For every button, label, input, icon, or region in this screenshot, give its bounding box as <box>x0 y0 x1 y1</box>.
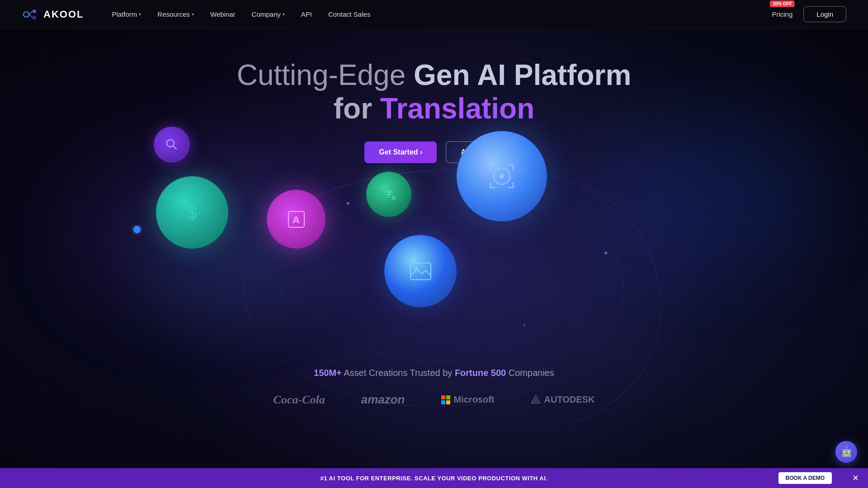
autodesk-icon <box>531 395 541 405</box>
nav-company[interactable]: Company ▾ <box>245 7 291 22</box>
trust-text1: Asset Creations Trusted by <box>344 368 455 378</box>
book-demo-button[interactable]: BOOK A DEMO <box>778 472 832 484</box>
svg-point-8 <box>604 252 607 254</box>
trust-bar: 150M+ Asset Creations Trusted by Fortune… <box>0 368 868 407</box>
trust-text: 150M+ Asset Creations Trusted by Fortune… <box>0 368 868 378</box>
orb-steel-medium <box>384 235 457 307</box>
brand-logos: Coca-Cola amazon Microsoft AUTOD <box>0 393 868 407</box>
hero-title: Cutting-Edge Gen AI Platform for Transla… <box>237 59 632 125</box>
nav-pricing[interactable]: Pricing <box>770 7 794 22</box>
svg-point-9 <box>524 324 525 326</box>
svg-text:A: A <box>392 194 396 202</box>
face-scan-icon <box>484 158 520 194</box>
orb-tiny-dot <box>133 226 141 233</box>
svg-point-18 <box>500 174 504 178</box>
hero-section: Cutting-Edge Gen AI Platform for Transla… <box>0 0 868 488</box>
resources-chevron-icon: ▾ <box>192 12 194 17</box>
pricing-badge: 30% OFF <box>770 0 795 7</box>
hero-highlight-word: Translation <box>380 92 534 125</box>
svg-point-1 <box>33 9 36 13</box>
microsoft-grid-icon <box>441 395 450 404</box>
orb-teal-large: $ <box>156 176 228 249</box>
bottom-banner: #1 AI TOOL FOR ENTERPRISE. SCALE YOUR VI… <box>0 468 868 488</box>
orb-pink-medium: A <box>267 190 326 249</box>
trust-fortune: Fortune 500 <box>455 368 506 378</box>
brand-coca-cola: Coca-Cola <box>274 393 325 407</box>
nav-right: 30% OFF Pricing Login <box>770 6 846 22</box>
nav-api[interactable]: API <box>295 7 318 22</box>
trust-count: 150M+ <box>314 368 342 378</box>
nav-platform[interactable]: Platform ▾ <box>105 7 147 22</box>
svg-point-20 <box>414 267 418 270</box>
navbar: AKOOL Platform ▾ Resources ▾ Webinar Com… <box>0 0 868 29</box>
close-banner-button[interactable]: ✕ <box>852 474 859 482</box>
orb-blue-large <box>457 131 547 221</box>
search-orbit-icon <box>164 136 180 153</box>
nav-resources[interactable]: Resources ▾ <box>151 7 200 22</box>
svg-point-0 <box>24 12 29 17</box>
company-chevron-icon: ▾ <box>283 12 285 17</box>
pricing-wrapper: 30% OFF Pricing <box>770 7 794 22</box>
get-started-button[interactable]: Get Started › <box>364 141 437 163</box>
logo[interactable]: AKOOL <box>22 6 84 23</box>
svg-text:A: A <box>292 214 300 225</box>
logo-icon <box>22 6 39 23</box>
platform-chevron-icon: ▾ <box>139 12 141 17</box>
translate-orbit-icon: A <box>284 207 309 232</box>
brand-autodesk: AUTODESK <box>531 394 595 405</box>
hero-title-line2: for Translation <box>237 92 632 126</box>
nav-items: Platform ▾ Resources ▾ Webinar Company ▾… <box>105 7 770 22</box>
svg-point-7 <box>347 202 349 205</box>
orb-purple-small <box>154 127 190 163</box>
svg-rect-19 <box>410 263 431 280</box>
dollar-orbit-icon: $ <box>178 198 207 227</box>
brand-microsoft: Microsoft <box>441 394 495 405</box>
logo-text: AKOOL <box>43 9 84 20</box>
chat-widget[interactable]: 🤖 <box>835 441 857 463</box>
svg-point-2 <box>33 16 36 19</box>
chat-icon: 🤖 <box>840 446 853 458</box>
svg-line-11 <box>173 146 176 149</box>
banner-text: #1 AI TOOL FOR ENTERPRISE. SCALE YOUR VI… <box>0 475 868 482</box>
nav-contact-sales[interactable]: Contact Sales <box>322 7 377 22</box>
nav-webinar[interactable]: Webinar <box>204 7 242 22</box>
image-gallery-icon <box>406 257 435 286</box>
trust-text2: Companies <box>509 368 554 378</box>
login-button[interactable]: Login <box>803 6 846 22</box>
hero-title-line1: Cutting-Edge Gen AI Platform <box>237 59 632 92</box>
svg-text:$: $ <box>187 202 197 222</box>
orb-green-small: 字 A <box>366 172 411 217</box>
chinese-translate-icon: 字 A <box>377 183 400 206</box>
brand-amazon: amazon <box>361 393 405 407</box>
